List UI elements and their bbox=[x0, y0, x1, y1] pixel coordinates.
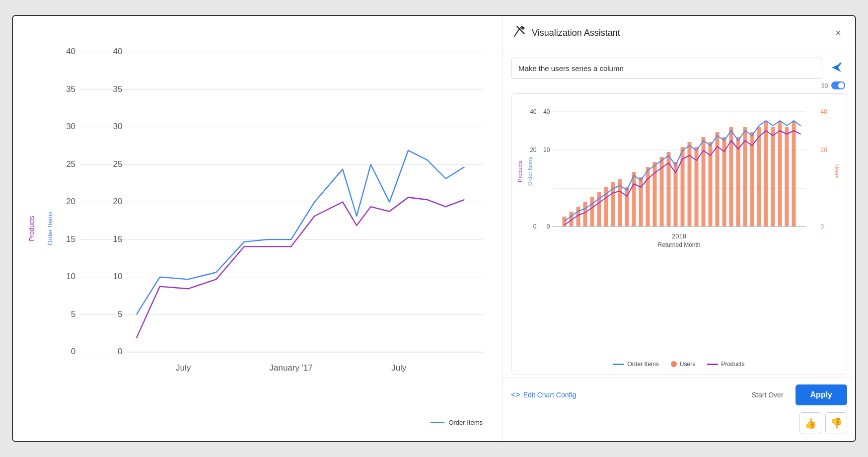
svg-text:35: 35 bbox=[66, 84, 75, 94]
svg-text:20: 20 bbox=[543, 147, 550, 153]
svg-text:30: 30 bbox=[113, 122, 123, 131]
panel-header: Visualization Assistant × bbox=[503, 16, 855, 50]
preview-chart-svg: 40 20 0 40 20 0 40 20 0 bbox=[516, 102, 842, 251]
users-legend-label: Users bbox=[680, 361, 695, 368]
legend-blue-line bbox=[431, 422, 444, 423]
svg-text:0: 0 bbox=[533, 223, 537, 230]
edit-chart-label: Edit Chart Config bbox=[523, 391, 577, 399]
svg-rect-75 bbox=[778, 122, 782, 227]
legend-item-users: Users bbox=[671, 361, 695, 368]
svg-text:5: 5 bbox=[118, 309, 122, 319]
token-count: 30 bbox=[821, 82, 828, 89]
svg-text:2018: 2018 bbox=[672, 232, 686, 240]
svg-text:5: 5 bbox=[71, 309, 75, 319]
svg-rect-56 bbox=[646, 167, 650, 227]
left-y-orderitems-label: Order Items bbox=[46, 212, 54, 246]
svg-text:25: 25 bbox=[66, 159, 75, 169]
token-toggle[interactable] bbox=[831, 81, 845, 89]
svg-text:Users: Users bbox=[834, 164, 840, 179]
legend-item-order-items: Order Items bbox=[613, 361, 658, 368]
svg-rect-69 bbox=[736, 137, 740, 227]
svg-rect-77 bbox=[792, 122, 796, 227]
svg-rect-48 bbox=[590, 197, 594, 227]
apply-button[interactable]: Apply bbox=[796, 384, 847, 405]
svg-text:0: 0 bbox=[547, 223, 550, 230]
svg-text:30: 30 bbox=[66, 122, 75, 131]
svg-text:20: 20 bbox=[113, 197, 123, 206]
preview-svg-wrapper: 40 20 0 40 20 0 40 20 0 bbox=[516, 102, 842, 356]
legend-order-items-label: Order Items bbox=[448, 419, 483, 426]
svg-rect-73 bbox=[764, 122, 768, 227]
left-chart-area: Products Order Items 40 35 30 25 20 15 1… bbox=[13, 16, 503, 441]
svg-text:July: July bbox=[176, 363, 191, 373]
assistant-icon bbox=[513, 25, 526, 41]
svg-rect-74 bbox=[771, 127, 775, 227]
prompt-input[interactable] bbox=[511, 58, 822, 79]
svg-text:20: 20 bbox=[66, 197, 75, 206]
preview-chart-container: 40 20 0 40 20 0 40 20 0 bbox=[511, 93, 847, 375]
svg-text:Products: Products bbox=[517, 160, 523, 182]
svg-text:40: 40 bbox=[543, 108, 550, 115]
legend-item-products: Products bbox=[707, 361, 744, 368]
svg-text:20: 20 bbox=[821, 147, 828, 153]
users-legend-dot bbox=[671, 361, 677, 367]
left-chart-legend: Order Items bbox=[431, 419, 483, 426]
order-items-legend-label: Order Items bbox=[627, 361, 658, 368]
svg-text:15: 15 bbox=[113, 234, 123, 244]
svg-rect-47 bbox=[583, 202, 587, 227]
products-legend-line bbox=[707, 364, 718, 365]
svg-text:Order Items: Order Items bbox=[527, 156, 533, 186]
left-chart-svg: 40 35 30 25 20 15 10 5 0 40 35 30 25 20 … bbox=[43, 31, 493, 401]
svg-text:40: 40 bbox=[530, 108, 537, 115]
send-button[interactable] bbox=[826, 57, 847, 79]
bottom-actions: <> Edit Chart Config Start Over Apply bbox=[503, 377, 855, 412]
svg-rect-71 bbox=[750, 132, 754, 227]
token-row: 30 bbox=[503, 79, 855, 93]
edit-chart-config-button[interactable]: <> Edit Chart Config bbox=[511, 390, 576, 399]
svg-text:20: 20 bbox=[530, 147, 537, 153]
svg-rect-62 bbox=[688, 142, 692, 227]
right-panel: Visualization Assistant × 30 bbox=[503, 16, 855, 441]
svg-rect-55 bbox=[639, 177, 643, 227]
products-legend-label: Products bbox=[721, 361, 744, 368]
close-button[interactable]: × bbox=[831, 25, 845, 41]
svg-rect-49 bbox=[597, 192, 601, 227]
svg-rect-54 bbox=[632, 172, 636, 227]
svg-text:40: 40 bbox=[113, 47, 123, 56]
svg-rect-72 bbox=[757, 127, 761, 227]
start-over-button[interactable]: Start Over bbox=[746, 387, 790, 403]
input-area bbox=[503, 50, 855, 79]
svg-rect-76 bbox=[785, 127, 789, 227]
svg-text:10: 10 bbox=[66, 272, 75, 281]
order-items-legend-line bbox=[613, 364, 624, 365]
svg-text:15: 15 bbox=[66, 234, 75, 244]
svg-text:25: 25 bbox=[113, 159, 123, 169]
svg-text:0: 0 bbox=[821, 223, 824, 230]
thumbs-down-icon: 👎 bbox=[830, 417, 843, 429]
feedback-row: 👍 👎 bbox=[503, 412, 855, 441]
main-container: Products Order Items 40 35 30 25 20 15 1… bbox=[12, 15, 856, 442]
svg-text:10: 10 bbox=[113, 272, 123, 281]
svg-text:40: 40 bbox=[821, 108, 828, 115]
svg-text:0: 0 bbox=[118, 347, 122, 356]
thumbs-up-button[interactable]: 👍 bbox=[799, 412, 821, 434]
left-y-products-label: Products bbox=[28, 216, 35, 241]
panel-title: Visualization Assistant bbox=[532, 28, 825, 38]
thumbs-down-button[interactable]: 👎 bbox=[825, 412, 847, 434]
svg-text:40: 40 bbox=[66, 47, 75, 56]
svg-text:January '17: January '17 bbox=[270, 363, 313, 373]
svg-text:0: 0 bbox=[71, 347, 75, 356]
preview-legend: Order Items Users Products bbox=[516, 356, 842, 370]
preview-chart-inner: 40 20 0 40 20 0 40 20 0 bbox=[516, 102, 842, 370]
svg-text:Returned Month: Returned Month bbox=[657, 241, 700, 248]
svg-text:35: 35 bbox=[113, 84, 123, 94]
thumbs-up-icon: 👍 bbox=[804, 417, 817, 429]
svg-text:July: July bbox=[391, 363, 407, 373]
code-icon: <> bbox=[511, 390, 520, 399]
